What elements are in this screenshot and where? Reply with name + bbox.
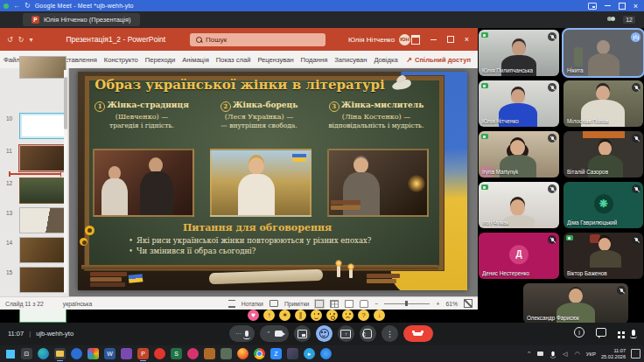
- taskbar-app-onedrive[interactable]: [71, 348, 82, 359]
- slide-thumbnail-13[interactable]: [19, 207, 66, 233]
- taskbar-zoom-icon[interactable]: Z: [270, 348, 282, 359]
- current-slide[interactable]: Образ української жінки в літературі 1Жі…: [78, 72, 467, 290]
- reaction-sad-button[interactable]: [342, 310, 354, 321]
- notes-button[interactable]: Нотатки: [242, 301, 263, 307]
- network-icon[interactable]: ◠: [574, 351, 581, 358]
- browser-maximize-button[interactable]: [619, 3, 626, 10]
- tab-view[interactable]: Подання: [298, 56, 332, 64]
- meeting-info-button[interactable]: i: [574, 327, 584, 338]
- volume-icon[interactable]: ◁: [562, 351, 569, 358]
- participant-tile[interactable]: Iryna Martynyk: [479, 131, 559, 178]
- cast-icon[interactable]: [588, 3, 597, 10]
- camera-button[interactable]: ⌃: [260, 325, 289, 342]
- tab-record[interactable]: Записуван: [331, 56, 370, 64]
- participant-tile[interactable]: Олександр Фарисюк: [523, 283, 628, 324]
- chat-button[interactable]: [596, 328, 606, 337]
- back-icon[interactable]: ←: [13, 2, 20, 10]
- more-options-button[interactable]: ⋮: [382, 325, 398, 342]
- reaction-thumbs-up-button[interactable]: ↑: [263, 310, 275, 321]
- share-screen-button[interactable]: ↑: [338, 325, 354, 342]
- reaction-thumbs-down-button[interactable]: ↓: [374, 310, 385, 321]
- browser-minimize-button[interactable]: [605, 5, 611, 6]
- participant-tile[interactable]: ❋ Діма Гаврилюцький: [564, 182, 643, 228]
- redo-icon[interactable]: ↻: [18, 36, 24, 44]
- taskbar-app-folder[interactable]: [204, 348, 215, 359]
- slide-thumbnail-15[interactable]: [19, 267, 66, 293]
- mic-button[interactable]: ⋯: [229, 325, 255, 342]
- zoom-slider[interactable]: [384, 303, 430, 304]
- tab-animations[interactable]: Анімація: [178, 56, 213, 64]
- notification-center-button[interactable]: [631, 349, 640, 359]
- taskbar-meet-icon[interactable]: [320, 348, 332, 359]
- share-button[interactable]: ↗ Спільний доступ: [406, 56, 478, 64]
- task-view-button[interactable]: ⊡: [21, 348, 32, 359]
- taskbar-app-opera[interactable]: [154, 348, 165, 359]
- present-button[interactable]: [294, 325, 311, 342]
- ppt-close-button[interactable]: ×: [465, 37, 469, 42]
- end-call-button[interactable]: [403, 325, 433, 342]
- taskbar-app-pink[interactable]: [187, 348, 199, 359]
- tray-expand-chevron[interactable]: ⌃: [527, 351, 532, 358]
- reaction-laugh-button[interactable]: [311, 310, 322, 321]
- browser-close-button[interactable]: ×: [634, 3, 638, 9]
- ppt-minimize-button[interactable]: [430, 39, 437, 40]
- tab-slideshow[interactable]: Показ слай: [213, 56, 255, 64]
- activities-button[interactable]: [618, 331, 620, 334]
- taskbar-edge-icon[interactable]: [38, 348, 49, 359]
- refresh-icon[interactable]: ↻: [24, 2, 31, 10]
- participant-tile[interactable]: Юлія Пилипчанська: [479, 30, 559, 76]
- taskbar-app-photos[interactable]: [88, 348, 99, 359]
- slide-thumbnail-10[interactable]: [19, 113, 66, 139]
- participant-tile[interactable]: Мілослав Попов: [564, 80, 643, 127]
- taskbar-app-green[interactable]: S: [171, 348, 182, 359]
- tab-help[interactable]: Довідка: [370, 56, 401, 64]
- ribbon-display-icon[interactable]: [411, 35, 420, 45]
- tray-camera-icon[interactable]: [537, 351, 544, 358]
- taskbar-app-gray[interactable]: [220, 348, 232, 359]
- zoom-in-button[interactable]: +: [436, 301, 439, 307]
- start-button[interactable]: [4, 348, 16, 359]
- reaction-thinking-button[interactable]: ?: [358, 310, 369, 321]
- participant-tile[interactable]: Нікита: [564, 30, 643, 76]
- mic-status-icon[interactable]: [632, 330, 635, 336]
- fit-slide-button[interactable]: [464, 299, 472, 308]
- taskbar-file-explorer-icon[interactable]: [54, 348, 66, 359]
- participant-tile[interactable]: Юлія Нітченко: [479, 80, 559, 127]
- participant-tile[interactable]: Ігор Чумак: [479, 182, 559, 228]
- taskbar-app-dark[interactable]: [287, 348, 298, 359]
- participant-tile[interactable]: Віктор Баженов: [564, 233, 643, 279]
- reaction-party-button[interactable]: ✶: [279, 310, 290, 321]
- raise-hand-button[interactable]: [360, 325, 376, 342]
- taskbar-powerpoint-icon[interactable]: P: [137, 348, 149, 359]
- taskbar-app-purple[interactable]: [121, 348, 132, 359]
- slide-thumbnail-14[interactable]: [19, 237, 66, 263]
- avatar[interactable]: ЮН: [399, 34, 410, 45]
- slide-thumbnail-9[interactable]: [19, 56, 66, 79]
- slide-thumbnail-12[interactable]: [19, 178, 66, 204]
- zoom-level[interactable]: 61%: [445, 301, 458, 307]
- participant-tile[interactable]: Д Денис Нестеренко: [479, 233, 559, 279]
- reactions-button[interactable]: [316, 325, 332, 342]
- taskbar-firefox-icon[interactable]: [237, 348, 248, 359]
- tab-design[interactable]: Конструкто: [101, 56, 142, 64]
- ppt-maximize-button[interactable]: [447, 36, 454, 43]
- reaction-clap-button[interactable]: ∥: [295, 310, 306, 321]
- slide-thumbnail-11[interactable]: [19, 145, 66, 171]
- participants-icon[interactable]: [606, 17, 617, 24]
- taskbar-clock[interactable]: 11:07 25.02.2026: [601, 348, 626, 359]
- undo-icon[interactable]: ↺: [7, 36, 13, 44]
- reaction-surprised-button[interactable]: [326, 310, 338, 321]
- participant-tile[interactable]: Віталій Сазоров: [564, 131, 643, 178]
- normal-view-button[interactable]: [315, 300, 324, 308]
- taskbar-chrome-icon[interactable]: [254, 348, 265, 359]
- taskbar-telegram-icon[interactable]: ▸: [304, 348, 315, 359]
- presentation-tab[interactable]: Юлія Нітченко (Презентація): [23, 13, 140, 26]
- slideshow-icon[interactable]: ▾: [29, 36, 32, 44]
- language-switcher[interactable]: УКР: [586, 352, 596, 357]
- comments-button[interactable]: Примітки: [284, 301, 310, 307]
- thumbnail-scrollbar[interactable]: [64, 70, 67, 293]
- slideshow-view-button[interactable]: [360, 300, 368, 308]
- tab-transitions[interactable]: Переходи: [142, 56, 178, 64]
- tray-mic-icon[interactable]: [550, 351, 556, 358]
- reading-view-button[interactable]: [345, 300, 354, 308]
